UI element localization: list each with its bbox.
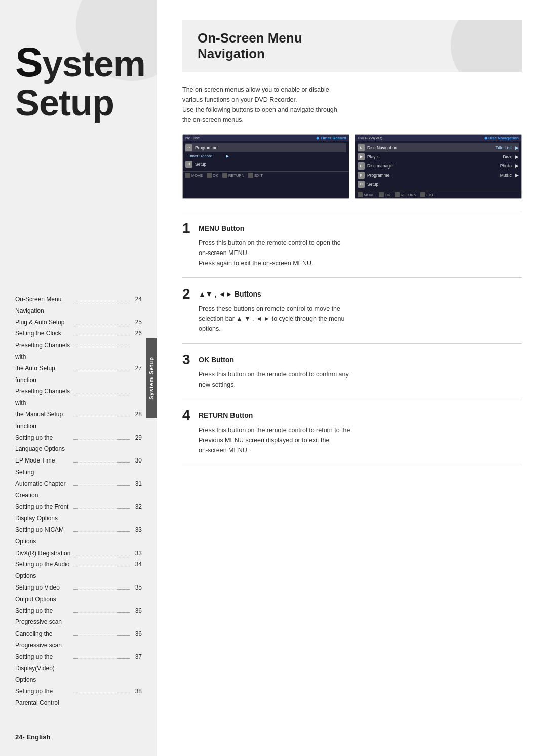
toc-dots (73, 485, 130, 486)
toc-label: Plug & Auto Setup (15, 317, 71, 328)
toc-label: Setting up the Progressive scan (15, 605, 71, 628)
toc-page: 35 (132, 582, 142, 594)
menu-row-setup-r: ⚙ Setup (358, 180, 519, 189)
footer-move: MOVE (185, 173, 203, 178)
menu-row-programme: P Programme (185, 143, 346, 152)
setup-r-label: Setup (367, 182, 378, 187)
intro-line2: various functions on your DVD Recorder. (182, 95, 522, 105)
programme-r-label: Programme (367, 173, 389, 178)
menu-row-playlist: ▶ Playlist Divx ▶ (358, 152, 519, 161)
screen-left-header: No Disc ◆ Timer Record (183, 135, 349, 141)
toc-item: Setting up the Display(Video) Options 37 (15, 651, 142, 686)
intro-line4: the on-screen menus. (182, 115, 522, 125)
toc-item: Setting up the Front Display Options 32 (15, 501, 142, 524)
step-4: 4 RETURN Button Press this button on the… (182, 408, 522, 455)
setup-icon: ⚙ (185, 161, 192, 168)
toc-item: the Auto Setup function 27 (15, 363, 142, 386)
toc-item: Setting up Video Output Options 35 (15, 582, 142, 605)
section-header: On-Screen Menu Navigation (182, 20, 522, 72)
step-4-number: 4 (182, 408, 193, 423)
footer-r-ok: OK (379, 192, 390, 197)
toc-page: 24 (132, 293, 142, 305)
menu-row-disc-manager: D Disc manager Photo ▶ (358, 161, 519, 171)
left-panel: System Setup On-Screen Menu Navigation 2… (0, 0, 157, 756)
toc-label: the Manual Setup function (15, 409, 71, 432)
toc-label: Canceling the Progressive scan (15, 628, 71, 651)
right-panel: On-Screen Menu Navigation The on-screen … (157, 0, 547, 756)
screen-left-footer: MOVE OK RETURN EXIT (183, 171, 349, 179)
step-2-title: ▲▼ , ◄► Buttons (199, 287, 261, 298)
toc-page: 28 (132, 409, 142, 421)
step-1-number: 1 (182, 221, 193, 235)
programme-r-icon: P (358, 172, 365, 179)
toc-dots (73, 566, 130, 566)
toc-label: the Auto Setup function (15, 363, 71, 386)
section-title-line1: On-Screen Menu (198, 30, 506, 46)
toc-page: 38 (132, 686, 142, 697)
toc-page: 36 (132, 628, 142, 640)
toc-page: 25 (132, 317, 142, 328)
menu-row-disc-nav: N Disc Navigation Title List ▶ (358, 143, 519, 152)
step-1-header: 1 MENU Button (182, 221, 522, 235)
toc-page: 29 (132, 432, 142, 444)
toc-label: Presetting Channels with (15, 386, 71, 409)
toc-label: Setting up the Language Options (15, 432, 71, 455)
step-1-title: MENU Button (199, 221, 244, 232)
intro-line3: Use the following buttons to open and na… (182, 105, 522, 115)
toc-dots (73, 335, 130, 335)
toc-label: EP Mode Time Setting (15, 455, 71, 478)
toc-dots (73, 531, 130, 532)
step-1-body: Press this button on the remote control … (182, 238, 522, 268)
big-title: System Setup (15, 40, 145, 122)
toc-item: Setting the Clock 26 (15, 328, 142, 340)
timer-record-submenu: Timer Record ▶ (185, 152, 346, 160)
intro-text: The on-screen menus allow you to enable … (182, 85, 522, 125)
big-title-rest1: ystem (43, 44, 145, 84)
toc-page: 33 (132, 524, 142, 536)
screen-right-header-right: ◆ Disc Navigation (484, 136, 519, 140)
step-3-header: 3 OK Button (182, 353, 522, 367)
footer-r-return: RETURN (395, 192, 416, 197)
toc-dots (73, 324, 130, 324)
toc-page: 30 (132, 455, 142, 467)
playlist-icon: ▶ (358, 153, 365, 160)
step-2: 2 ▲▼ , ◄► Buttons Press these buttons on… (182, 287, 522, 334)
section-title: On-Screen Menu Navigation (198, 30, 506, 62)
screen-right-header: DVD-RW(VR) ◆ Disc Navigation (355, 135, 521, 141)
toc-dots (73, 462, 130, 463)
toc-label: Presetting Channels with (15, 340, 71, 363)
setup-label: Setup (195, 162, 206, 167)
footer-r-move: MOVE (358, 192, 375, 197)
step-4-header: 4 RETURN Button (182, 408, 522, 423)
disc-manager-icon: D (358, 162, 365, 170)
page-number: 24- English (15, 733, 50, 741)
table-of-contents: On-Screen Menu Navigation 24 Plug & Auto… (15, 293, 142, 709)
screen-left-body: P Programme Timer Record ▶ ⚙ Setup (183, 141, 349, 171)
disc-nav-label: Disc Navigation (367, 145, 397, 150)
sidebar-tab: System Setup (146, 338, 157, 418)
toc-dots (73, 693, 130, 693)
toc-item: On-Screen Menu Navigation 24 (15, 293, 142, 317)
screen-no-disc: No Disc ◆ Timer Record P Programme Timer… (182, 134, 349, 199)
step-1: 1 MENU Button Press this button on the r… (182, 221, 522, 268)
toc-item: Setting up NICAM Options 33 (15, 524, 142, 548)
section-title-line2: Navigation (198, 46, 506, 62)
menu-row-setup: ⚙ Setup (185, 160, 346, 169)
toc-label: Setting up the Display(Video) Options (15, 651, 71, 686)
toc-item: Setting up the Language Options 29 (15, 432, 142, 455)
programme-icon: P (185, 144, 192, 151)
screen-left-header-right: ◆ Timer Record (316, 136, 346, 140)
toc-item: Presetting Channels with (15, 386, 142, 409)
toc-page: 34 (132, 559, 142, 570)
toc-label: Setting the Clock (15, 328, 71, 340)
toc-dots (73, 635, 130, 636)
screen-right-header-left: DVD-RW(VR) (358, 136, 382, 140)
toc-dots (73, 370, 130, 370)
toc-label: Setting up Video Output Options (15, 582, 71, 605)
toc-label: On-Screen Menu Navigation (15, 293, 71, 317)
step-2-number: 2 (182, 287, 193, 301)
divider-2 (182, 343, 522, 344)
setup-r-icon: ⚙ (358, 181, 365, 188)
toc-label: Setting up the Parental Control (15, 686, 71, 709)
toc-item: Presetting Channels with (15, 340, 142, 363)
